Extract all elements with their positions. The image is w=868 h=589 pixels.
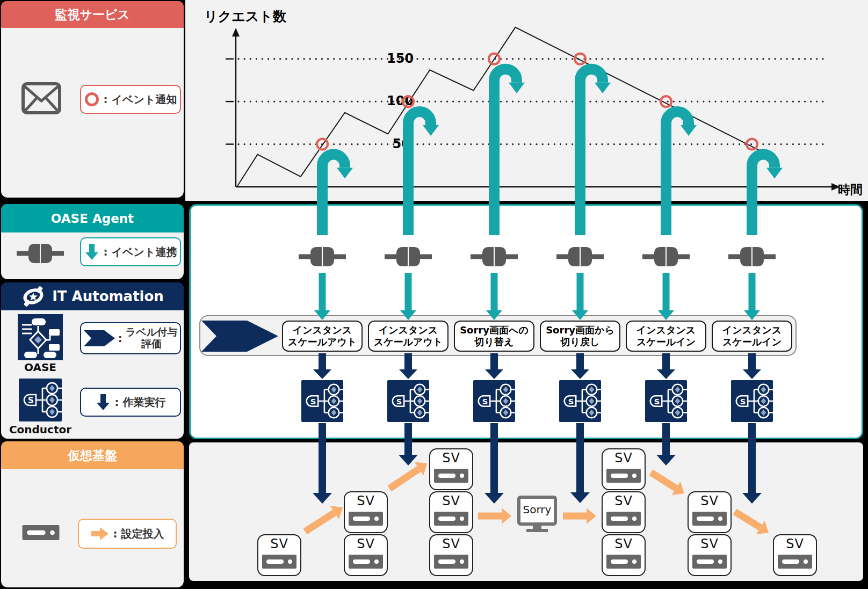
flow-step-box: Sorry画面から切り戻し bbox=[540, 321, 620, 352]
server-box: SV bbox=[429, 534, 473, 576]
monitoring-service-title: 監視サービス bbox=[55, 6, 130, 23]
config-apply-legend-label: : 設定投入 bbox=[113, 527, 164, 541]
chart-title: リクエスト数 bbox=[204, 8, 286, 25]
work-exec-legend: : 作業実行 bbox=[80, 388, 181, 417]
server-bar-icon bbox=[692, 512, 727, 528]
conductor-icon bbox=[730, 380, 773, 422]
server-bar-icon bbox=[606, 469, 641, 485]
monitoring-service-panel: 監視サービス : イベント通知 bbox=[1, 1, 184, 198]
server-bar-icon bbox=[434, 555, 468, 571]
server-bar-icon bbox=[349, 555, 383, 571]
down-arrow-icon bbox=[96, 394, 111, 411]
oase-caption: OASE bbox=[13, 361, 67, 374]
server-box-label: SV bbox=[614, 537, 633, 550]
flow-step-line1: インスタンス bbox=[636, 324, 696, 336]
flow-step-line1: インスタンス bbox=[722, 324, 782, 336]
flow-step-line2: スケールアウト bbox=[374, 336, 443, 348]
server-bar-icon bbox=[606, 555, 641, 571]
chart-panel: リクエスト数 時間 15010050 bbox=[185, 0, 868, 201]
conductor-icon bbox=[387, 380, 430, 422]
it-automation-title: IT Automation bbox=[52, 288, 164, 304]
conductor-icon bbox=[18, 379, 63, 421]
y-axis-tick-label: 150 bbox=[387, 51, 410, 66]
server-box-label: SV bbox=[357, 495, 375, 507]
label-eval-legend: : ラベル付与 評価 bbox=[80, 322, 181, 354]
sorry-screen: Sorry bbox=[517, 496, 558, 533]
event-notify-circle-icon bbox=[84, 92, 99, 107]
server-box: SV bbox=[257, 534, 301, 576]
flow-step-box: インスタンススケールイン bbox=[712, 321, 792, 352]
event-notify-legend-label: : イベント通知 bbox=[104, 92, 177, 107]
server-box-label: SV bbox=[614, 495, 633, 507]
flow-step-line1: インスタンス bbox=[293, 324, 352, 336]
server-box: SV bbox=[602, 491, 646, 533]
label-eval-line1: ラベル付与 bbox=[126, 326, 177, 338]
label-eval-colon: : bbox=[118, 332, 122, 345]
server-bar-icon bbox=[778, 555, 812, 571]
server-box: SV bbox=[344, 534, 388, 576]
plug-icon bbox=[16, 243, 64, 264]
exastro-logo-icon bbox=[21, 286, 46, 307]
server-box: SV bbox=[429, 491, 473, 533]
conductor-caption: Conductor bbox=[5, 423, 75, 436]
flow-step-line2: スケールアウト bbox=[288, 336, 357, 348]
work-exec-legend-label: : 作業実行 bbox=[115, 395, 166, 410]
server-box: SV bbox=[602, 448, 646, 490]
server-box-label: SV bbox=[700, 537, 719, 550]
it-automation-header: IT Automation bbox=[1, 282, 184, 310]
server-icon bbox=[21, 525, 60, 540]
flow-step-line1: Sorry画面から bbox=[546, 324, 614, 336]
flow-step-box: インスタンススケールアウト bbox=[368, 321, 449, 352]
event-link-legend: : イベント連携 bbox=[80, 237, 181, 266]
server-box-label: SV bbox=[357, 537, 375, 550]
server-box-label: SV bbox=[442, 537, 460, 550]
y-axis-tick-label: 50 bbox=[387, 136, 410, 151]
virtual-infra-header: 仮想基盤 bbox=[1, 441, 184, 469]
oase-agent-panel: OASE Agent : イベント連携 bbox=[1, 204, 184, 279]
oase-agent-header: OASE Agent bbox=[1, 204, 184, 232]
server-box: SV bbox=[602, 534, 646, 576]
server-bar-icon bbox=[349, 512, 383, 528]
conductor-icon bbox=[473, 380, 516, 422]
y-axis-tick-label: 100 bbox=[387, 93, 410, 108]
server-box-label: SV bbox=[786, 537, 804, 550]
server-box: SV bbox=[688, 491, 732, 533]
x-axis-label: 時間 bbox=[838, 181, 863, 198]
server-box: SV bbox=[429, 448, 473, 490]
flow-step-line2: 切り替え bbox=[475, 336, 514, 348]
server-bar-icon bbox=[692, 555, 727, 571]
label-eval-line2: 評価 bbox=[141, 338, 162, 350]
server-box-label: SV bbox=[270, 537, 288, 550]
it-automation-panel: IT Automation OASE : ラベル付与 評価 bbox=[1, 282, 184, 439]
server-bar-icon bbox=[434, 512, 468, 528]
monitoring-service-header: 監視サービス bbox=[1, 1, 184, 28]
server-box-label: SV bbox=[614, 452, 633, 464]
conductor-icon bbox=[645, 380, 688, 422]
chevron-arrow-icon bbox=[84, 330, 115, 346]
right-arrow-icon bbox=[91, 526, 109, 541]
flow-step-line1: Sorry画面への bbox=[460, 324, 529, 336]
event-notify-legend: : イベント通知 bbox=[80, 85, 181, 114]
virtual-infra-panel: 仮想基盤 : 設定投入 bbox=[1, 441, 184, 587]
mail-icon bbox=[21, 82, 61, 115]
server-box-label: SV bbox=[442, 452, 460, 464]
conductor-icon bbox=[559, 380, 602, 422]
server-box-label: SV bbox=[442, 495, 460, 507]
server-box: SV bbox=[688, 534, 732, 576]
virtual-infra-title: 仮想基盤 bbox=[68, 447, 117, 464]
event-link-legend-label: : イベント連携 bbox=[104, 245, 177, 259]
flow-step-line1: インスタンス bbox=[379, 324, 438, 336]
flow-step-line2: スケールイン bbox=[722, 336, 782, 348]
label-eval-lines: ラベル付与 評価 bbox=[126, 326, 177, 350]
flow-step-box: インスタンススケールアウト bbox=[282, 321, 363, 352]
logo-star bbox=[29, 293, 38, 301]
sorry-screen-label: Sorry bbox=[517, 503, 558, 516]
server-bar-icon bbox=[262, 555, 296, 571]
down-arrow-icon bbox=[84, 243, 99, 260]
server-box-label: SV bbox=[700, 495, 719, 507]
server-bar-icon bbox=[606, 512, 641, 528]
flow-step-box: Sorry画面への切り替え bbox=[454, 321, 534, 352]
autoscaling-diagram: 監視サービス : イベント通知 OASE Agent : イベント連携 bbox=[0, 0, 868, 589]
server-box: SV bbox=[344, 491, 388, 533]
conductor-icon bbox=[301, 380, 344, 422]
